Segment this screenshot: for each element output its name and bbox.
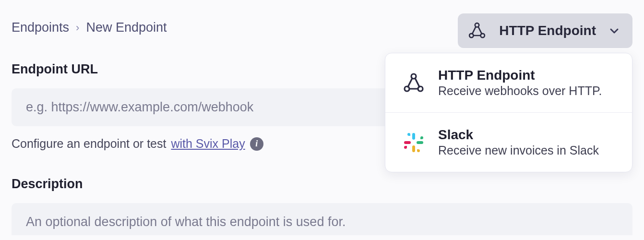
info-icon[interactable]: i	[250, 137, 263, 151]
connector-select-button[interactable]: HTTP Endpoint	[458, 13, 632, 48]
chevron-down-icon	[608, 25, 620, 36]
dropdown-item-title: Slack	[438, 127, 599, 143]
hint-text: Configure an endpoint or test	[12, 137, 166, 151]
dropdown-item-title: HTTP Endpoint	[438, 68, 602, 83]
connector-select-label: HTTP Endpoint	[499, 23, 596, 38]
dropdown-item-desc: Receive webhooks over HTTP.	[438, 84, 602, 98]
description-input[interactable]	[12, 203, 632, 235]
webhook-icon	[402, 72, 426, 95]
breadcrumb-current: New Endpoint	[86, 20, 167, 35]
dropdown-item-http-endpoint[interactable]: HTTP Endpoint Receive webhooks over HTTP…	[385, 53, 632, 112]
dropdown-item-desc: Receive new invoices in Slack	[438, 144, 599, 157]
breadcrumb-root[interactable]: Endpoints	[12, 20, 69, 35]
svg-rect-9	[404, 141, 411, 144]
description-label: Description	[12, 177, 632, 192]
webhook-icon	[467, 21, 487, 40]
chevron-right-icon: ›	[76, 22, 79, 34]
svg-rect-7	[417, 141, 423, 144]
dropdown-item-slack[interactable]: Slack Receive new invoices in Slack	[385, 112, 632, 172]
svg-rect-6	[412, 133, 415, 140]
svg-rect-8	[412, 145, 415, 152]
slack-icon	[402, 131, 426, 154]
svix-play-link[interactable]: with Svix Play	[171, 137, 245, 151]
connector-dropdown: HTTP Endpoint Receive webhooks over HTTP…	[385, 53, 632, 172]
